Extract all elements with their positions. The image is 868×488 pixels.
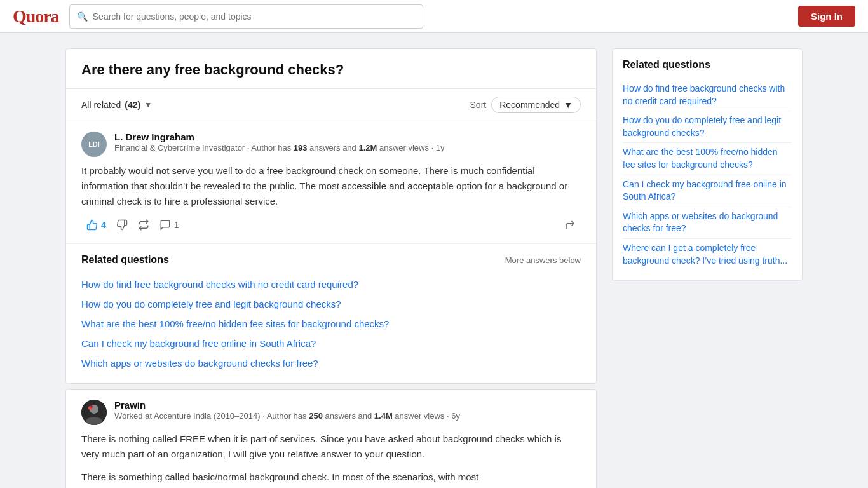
side-link-4[interactable]: Can I check my background free online in… (623, 175, 792, 207)
related-link-1[interactable]: How do find free background checks with … (81, 274, 581, 294)
logo[interactable]: Quora (13, 6, 59, 27)
side-panel-title: Related questions (623, 59, 792, 71)
sort-chevron-icon: ▼ (564, 100, 573, 110)
share-button[interactable] (133, 217, 154, 233)
search-input[interactable] (69, 4, 424, 29)
side-link-2[interactable]: How do you do completely free and legit … (623, 111, 792, 143)
comment-icon (159, 219, 171, 231)
author-name-drew[interactable]: L. Drew Ingraham (114, 132, 581, 142)
action-bar-drew: 4 (81, 217, 581, 233)
related-title: Related questions (81, 254, 169, 266)
answer-block-drew: LDI L. Drew Ingraham Financial & Cybercr… (66, 121, 596, 244)
upvote-button[interactable]: 4 (81, 217, 111, 233)
answer-author-drew: LDI L. Drew Ingraham Financial & Cybercr… (81, 132, 581, 157)
author-name-prawin[interactable]: Prawin (114, 400, 581, 410)
filter-bar: All related (42) ▼ Sort Recommended ▼ (66, 89, 596, 121)
answer-block-prawin: Prawin Worked at Accenture India (2010–2… (65, 389, 597, 488)
page-layout: Are there any free background checks? Al… (53, 33, 815, 488)
sort-label: Sort (470, 100, 487, 110)
related-header: Related questions More answers below (81, 254, 581, 266)
main-column: Are there any free background checks? Al… (65, 48, 597, 488)
side-panel: Related questions How do find free backg… (612, 48, 803, 281)
downvote-button[interactable] (111, 217, 133, 233)
answer-author-prawin: Prawin Worked at Accenture India (2010–2… (81, 400, 581, 425)
forward-button[interactable] (559, 217, 581, 233)
more-answers-label: More answers below (505, 255, 581, 265)
prawin-avatar-image (81, 400, 107, 425)
answer-text-prawin-2: There is something called basic/normal b… (81, 470, 581, 485)
search-icon: 🔍 (77, 11, 88, 22)
author-info-drew: L. Drew Ingraham Financial & Cybercrime … (114, 132, 581, 154)
header: Quora 🔍 Sign In (0, 0, 868, 33)
filter-count: (42) (125, 100, 140, 110)
avatar-drew: LDI (81, 132, 107, 157)
related-block-inline: Related questions More answers below How… (66, 244, 596, 383)
comment-button[interactable]: 1 (154, 217, 184, 233)
related-link-4[interactable]: Can I check my background free online in… (81, 334, 581, 353)
side-link-6[interactable]: Where can I get a completely free backgr… (623, 239, 792, 270)
question-title-area: Are there any free background checks? (66, 49, 596, 89)
side-link-3[interactable]: What are the best 100% free/no hidden fe… (623, 143, 792, 175)
related-link-3[interactable]: What are the best 100% free/no hidden fe… (81, 314, 581, 334)
side-column: Related questions How do find free backg… (612, 48, 803, 488)
answer-text-prawin-1: There is nothing called FREE when it is … (81, 431, 581, 462)
sign-in-button[interactable]: Sign In (798, 6, 855, 27)
avatar-prawin (81, 400, 107, 425)
chevron-down-icon: ▼ (144, 100, 152, 109)
answer-content-prawin: Prawin Worked at Accenture India (2010–2… (66, 390, 596, 488)
filter-label: All related (81, 100, 121, 110)
author-meta-prawin: Worked at Accenture India (2010–2014) · … (114, 410, 581, 422)
related-link-2[interactable]: How do you do completely free and legit … (81, 294, 581, 314)
forward-icon (564, 219, 576, 231)
upvote-count: 4 (101, 220, 106, 230)
side-link-1[interactable]: How do find free background checks with … (623, 79, 792, 111)
sort-dropdown[interactable]: Recommended ▼ (491, 97, 581, 113)
all-related-filter[interactable]: All related (42) ▼ (81, 100, 152, 110)
share-icon (138, 219, 149, 231)
answer-text-drew: It probably would not serve you well to … (81, 163, 581, 209)
upvote-icon (86, 219, 98, 231)
search-wrapper: 🔍 (69, 4, 424, 29)
comment-count: 1 (174, 220, 179, 230)
question-card: Are there any free background checks? Al… (65, 48, 597, 384)
svg-point-4 (90, 405, 93, 408)
author-meta-drew: Financial & Cybercrime Investigator · Au… (114, 142, 581, 154)
question-title: Are there any free background checks? (81, 62, 581, 78)
sort-area: Sort Recommended ▼ (470, 97, 581, 113)
author-info-prawin: Prawin Worked at Accenture India (2010–2… (114, 400, 581, 422)
related-link-5[interactable]: Which apps or websites do background che… (81, 353, 581, 373)
downvote-icon (116, 219, 128, 231)
side-link-5[interactable]: Which apps or websites do background che… (623, 207, 792, 239)
sort-value: Recommended (499, 100, 560, 110)
